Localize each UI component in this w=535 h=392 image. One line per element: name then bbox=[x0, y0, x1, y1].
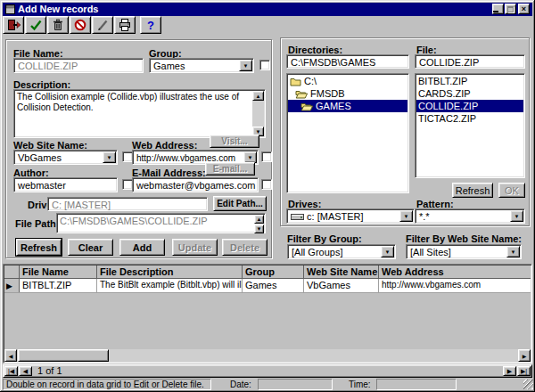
file-input[interactable]: COLLIDE.ZIP bbox=[415, 54, 525, 69]
file-path-value: C:\FMSDB\GAMES\COLLIDE.ZIP bbox=[60, 216, 208, 226]
web-site-name-combobox[interactable]: VbGames▼ bbox=[13, 150, 118, 165]
file-path-scrollbar[interactable]: ▲ ▼ bbox=[254, 215, 264, 232]
scroll-down-icon[interactable]: ▼ bbox=[254, 225, 264, 233]
web-address-checkbox[interactable] bbox=[261, 151, 272, 162]
description-text: The Collision example (Collide.vbp) illu… bbox=[17, 92, 251, 135]
chevron-down-icon[interactable]: ▼ bbox=[399, 210, 413, 222]
data-grid[interactable]: File Name File Description Group Web Sit… bbox=[3, 264, 532, 363]
record-form-frame: File Name: COLLIDE.ZIP Group: Games▼ Des… bbox=[5, 39, 272, 258]
delete-record-button[interactable] bbox=[47, 16, 69, 34]
group-checkbox[interactable] bbox=[259, 60, 270, 70]
chevron-down-icon[interactable]: ▼ bbox=[381, 246, 394, 257]
edit-button[interactable] bbox=[92, 16, 113, 34]
file-path-label: File Path: bbox=[15, 218, 60, 229]
filter-by-site-combobox[interactable]: [All Sites]▼ bbox=[406, 244, 522, 259]
maximize-button[interactable] bbox=[505, 4, 516, 14]
help-button[interactable]: ? bbox=[140, 16, 161, 34]
list-item-selected[interactable]: COLLIDE.ZIP bbox=[416, 100, 523, 112]
description-textarea[interactable]: The Collision example (Collide.vbp) illu… bbox=[13, 89, 266, 138]
directory-listbox[interactable]: C:\ FMSDB GAMES bbox=[286, 73, 409, 193]
delete-button[interactable]: Delete bbox=[222, 239, 268, 256]
file-name-input[interactable]: COLLIDE.ZIP bbox=[13, 58, 144, 73]
chevron-down-icon[interactable]: ▼ bbox=[506, 246, 520, 257]
window-title: Add New records bbox=[18, 4, 98, 14]
row-selector-cell[interactable]: ▶ bbox=[4, 279, 20, 292]
first-record-button[interactable]: |◀ bbox=[4, 366, 18, 376]
author-input[interactable]: webmaster bbox=[13, 177, 118, 192]
cancel-button[interactable] bbox=[70, 16, 91, 34]
minimize-button[interactable] bbox=[492, 4, 504, 14]
visit-button[interactable]: Visit... bbox=[210, 135, 259, 148]
list-item[interactable]: TICTAC2.ZIP bbox=[416, 112, 523, 125]
list-item[interactable]: CARDS.ZIP bbox=[416, 87, 523, 100]
filter-by-group-combobox[interactable]: [All Groups]▼ bbox=[287, 244, 396, 259]
email-button[interactable]: E-mail... bbox=[205, 162, 255, 176]
record-navigator: |◀ ◀ 1 of 1 ▶ ▶| bbox=[3, 364, 532, 378]
time-panel bbox=[376, 379, 457, 390]
scroll-right-icon[interactable]: ▶ bbox=[518, 349, 531, 362]
grid-column-header[interactable]: Group bbox=[243, 265, 304, 278]
grid-cell[interactable]: The BitBlt example (Bitblt.vbp) will ill… bbox=[97, 279, 243, 292]
chevron-down-icon[interactable]: ▼ bbox=[103, 151, 116, 163]
print-button[interactable] bbox=[114, 16, 136, 34]
description-scrollbar[interactable]: ▲ ▼ bbox=[252, 91, 264, 136]
scroll-left-icon[interactable]: ◀ bbox=[4, 349, 17, 362]
exit-button[interactable] bbox=[3, 16, 24, 34]
grid-cell[interactable]: VbGames bbox=[304, 279, 379, 292]
next-record-button[interactable]: ▶ bbox=[503, 366, 516, 376]
scroll-up-icon[interactable]: ▲ bbox=[252, 91, 264, 101]
scrollbar-thumb[interactable] bbox=[18, 349, 109, 362]
browser-refresh-button[interactable]: Refresh bbox=[452, 183, 493, 198]
grid-column-header[interactable]: Web Site Name bbox=[304, 265, 379, 278]
close-button[interactable]: × bbox=[518, 4, 530, 14]
directory-name: FMSDB bbox=[310, 88, 345, 99]
file-browser-frame: Directories: C:\FMSDB\GAMES File: COLLID… bbox=[280, 37, 530, 226]
list-item[interactable]: C:\ bbox=[288, 75, 407, 87]
grid-cell[interactable]: http://www.vbgames.com bbox=[379, 279, 531, 292]
grid-column-header[interactable]: Web Address bbox=[379, 265, 531, 278]
edit-path-button[interactable]: Edit Path... bbox=[213, 196, 267, 211]
grid-column-header[interactable]: File Name bbox=[20, 265, 97, 278]
refresh-form-button[interactable]: Refresh bbox=[16, 239, 62, 256]
email-input[interactable]: webmaster@vbgames.com bbox=[132, 177, 259, 192]
check-icon bbox=[29, 19, 43, 31]
file-path-input[interactable]: C:\FMSDB\GAMES\COLLIDE.ZIP ▲ ▼ bbox=[56, 213, 266, 233]
status-message: Double on record in data grid to Edit or… bbox=[3, 379, 211, 390]
add-button[interactable]: Add bbox=[119, 239, 165, 256]
file-listbox[interactable]: BITBLT.ZIP CARDS.ZIP COLLIDE.ZIP TICTAC2… bbox=[415, 73, 525, 178]
pattern-combobox[interactable]: *.*▼ bbox=[415, 208, 525, 224]
drive-input[interactable]: C: [MASTER] bbox=[47, 197, 208, 211]
grid-cell[interactable]: BITBLT.ZIP bbox=[20, 279, 97, 292]
email-checkbox[interactable] bbox=[261, 179, 272, 190]
previous-record-button[interactable]: ◀ bbox=[19, 366, 32, 376]
minimize-icon bbox=[493, 11, 498, 12]
directory-name: C:\ bbox=[304, 76, 317, 86]
grid-cell[interactable]: Games bbox=[243, 279, 304, 292]
chevron-down-icon[interactable]: ▼ bbox=[239, 60, 252, 71]
chevron-down-icon[interactable]: ▼ bbox=[510, 210, 523, 222]
list-item[interactable]: BITBLT.ZIP bbox=[416, 75, 523, 87]
titlebar[interactable]: Add New records × bbox=[3, 3, 532, 16]
last-record-icon: ▶| bbox=[521, 368, 527, 375]
drives-combobox[interactable]: c: [MASTER]▼ bbox=[286, 208, 415, 224]
confirm-button[interactable] bbox=[25, 16, 46, 34]
resize-grip[interactable] bbox=[523, 380, 533, 389]
date-panel bbox=[258, 379, 333, 390]
drives-value: c: [MASTER] bbox=[307, 211, 364, 222]
table-row[interactable]: ▶ BITBLT.ZIP The BitBlt example (Bitblt.… bbox=[4, 279, 531, 293]
list-item[interactable]: FMSDB bbox=[288, 87, 407, 100]
group-combobox[interactable]: Games▼ bbox=[149, 58, 254, 73]
grid-header-row: File Name File Description Group Web Sit… bbox=[4, 265, 531, 279]
last-record-button[interactable]: ▶| bbox=[517, 366, 531, 376]
grid-column-header[interactable]: File Description bbox=[97, 265, 243, 278]
grid-horizontal-scrollbar[interactable]: ◀ ▶ bbox=[4, 349, 531, 362]
grid-empty-area bbox=[4, 293, 531, 349]
update-button[interactable]: Update bbox=[172, 239, 218, 256]
list-item-selected[interactable]: GAMES bbox=[288, 100, 407, 112]
status-bar: Double on record in data grid to Edit or… bbox=[2, 379, 533, 390]
browser-ok-button[interactable]: OK bbox=[498, 183, 525, 198]
printer-icon bbox=[118, 19, 132, 31]
directories-path-input[interactable]: C:\FMSDB\GAMES bbox=[286, 54, 409, 69]
scroll-up-icon[interactable]: ▲ bbox=[254, 215, 264, 224]
clear-button[interactable]: Clear bbox=[68, 239, 113, 256]
